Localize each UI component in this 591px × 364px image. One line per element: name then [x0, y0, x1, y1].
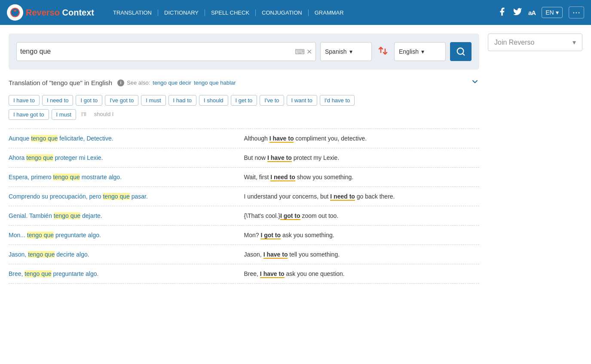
example-es-3: Espera, primero tengo que mostrarte algo… — [9, 174, 244, 180]
join-reverso-label: Join Reverso — [494, 39, 534, 46]
highlight: I have to — [267, 154, 292, 162]
highlight: I have to — [260, 270, 285, 278]
highlight: tengo que — [27, 232, 54, 239]
table-row: Jason, tengo que decirte algo. Jason, I … — [9, 245, 479, 264]
table-row: Comprendo su preocupación, pero tengo qu… — [9, 187, 479, 206]
table-row: Espera, primero tengo que mostrarte algo… — [9, 168, 479, 187]
navbar: Reverso Context TRANSLATION DICTIONARY S… — [0, 0, 591, 25]
chevron-down-icon: ▾ — [556, 9, 559, 16]
table-row: Aunque tengo que felicitarle, Detective.… — [9, 128, 479, 148]
example-es-6: Mon... tengo que preguntarte algo. — [9, 232, 244, 239]
nav-links: TRANSLATION DICTIONARY SPELL CHECK CONJU… — [107, 9, 350, 16]
tag-i-want-to[interactable]: I want to — [287, 95, 317, 106]
table-row: Bree, tengo que preguntarte algo. Bree, … — [9, 264, 479, 284]
tag-i-need-to[interactable]: I need to — [42, 95, 73, 106]
highlight: tengo que — [103, 193, 129, 200]
highlight: tengo que — [26, 154, 53, 161]
logo-text: Reverso Context — [26, 8, 94, 18]
tag-should-i[interactable]: should I — [92, 109, 116, 120]
tag-ive-got-to[interactable]: I've got to — [105, 95, 138, 106]
target-language-dropdown[interactable]: English ▾ — [394, 42, 446, 61]
tag-i-get-to[interactable]: I get to — [231, 95, 257, 106]
highlight: tengo que — [31, 135, 58, 142]
highlight: I got to — [260, 232, 281, 239]
example-en-3: Wait, first I need to show you something… — [244, 174, 480, 180]
source-lang-chevron: ▾ — [349, 48, 352, 55]
twitter-icon[interactable] — [513, 7, 522, 18]
table-row: Mon... tengo que preguntarte algo. Mon? … — [9, 226, 479, 245]
highlight: tengo que — [24, 270, 51, 277]
target-lang-label: English — [399, 48, 419, 55]
highlight: I need to — [270, 174, 295, 181]
example-es-1: Aunque tengo que felicitarle, Detective. — [9, 135, 244, 142]
example-en-5: {\That's cool.}I got to zoom out too. — [244, 212, 480, 219]
search-input-wrapper: ⌨ ✕ — [16, 42, 316, 61]
highlight: I have to — [263, 251, 288, 259]
example-es-4: Comprendo su preocupación, pero tengo qu… — [9, 193, 244, 200]
svg-line-2 — [462, 53, 464, 55]
nav-translation[interactable]: TRANSLATION — [107, 9, 158, 16]
more-options-button[interactable]: ··· — [569, 6, 584, 18]
see-also-label: See also: — [127, 80, 150, 86]
target-lang-chevron: ▾ — [421, 48, 424, 55]
info-icon[interactable]: i — [117, 80, 124, 86]
example-en-4: I understand your concerns, but I need t… — [244, 193, 480, 200]
example-en-2: But now I have to protect my Lexie. — [244, 154, 480, 161]
tag-i-have-got-to[interactable]: I have got to — [9, 109, 49, 120]
tag-ill[interactable]: I'll — [79, 109, 89, 120]
logo[interactable]: Reverso Context — [7, 4, 94, 21]
search-input[interactable] — [20, 48, 295, 55]
expand-button[interactable] — [471, 77, 479, 88]
main-wrapper: ⌨ ✕ Spanish ▾ English ▾ — [0, 25, 591, 284]
highlight: tengo que — [54, 212, 80, 219]
join-reverso-button[interactable]: Join Reverso ▾ — [488, 34, 582, 51]
highlight: I need to — [330, 193, 355, 201]
source-language-dropdown[interactable]: Spanish ▾ — [320, 42, 372, 61]
chevron-down-icon: ▾ — [573, 38, 576, 46]
svg-point-0 — [11, 8, 19, 17]
font-size-icon[interactable]: aA — [528, 9, 536, 16]
search-button[interactable] — [450, 42, 472, 61]
table-row: Ahora tengo que proteger mi Lexie. But n… — [9, 148, 479, 168]
example-en-8: Bree, I have to ask you one question. — [244, 270, 480, 277]
facebook-icon[interactable] — [497, 7, 507, 18]
example-en-1: Although I have to compliment you, detec… — [244, 135, 480, 142]
see-also-link-1[interactable]: tengo que decir — [153, 80, 191, 86]
translation-header: Translation of "tengo que" in English i … — [9, 77, 479, 88]
tag-ive-to[interactable]: I've to — [260, 95, 284, 106]
clear-icon[interactable]: ✕ — [306, 48, 312, 56]
translation-title: Translation of "tengo que" in English — [9, 79, 112, 86]
tag-i-have-to[interactable]: I have to — [9, 95, 40, 106]
tag-i-had-to[interactable]: I had to — [168, 95, 196, 106]
nav-grammar[interactable]: GRAMMAR — [308, 9, 350, 16]
table-row: Genial. También tengo que dejarte. {\Tha… — [9, 206, 479, 226]
tag-i-got-to[interactable]: I got to — [76, 95, 102, 106]
search-container: ⌨ ✕ Spanish ▾ English ▾ — [9, 34, 479, 70]
examples-section: Aunque tengo que felicitarle, Detective.… — [9, 128, 479, 284]
tag-i-should[interactable]: I should — [199, 95, 228, 106]
logo-icon — [7, 4, 23, 21]
highlight: I have to — [269, 135, 294, 143]
content-area: ⌨ ✕ Spanish ▾ English ▾ — [9, 34, 479, 284]
tag-i-must-2[interactable]: I must — [52, 109, 76, 120]
source-lang-label: Spanish — [325, 48, 347, 55]
see-also-link-2[interactable]: tengo que hablar — [194, 80, 236, 86]
example-es-2: Ahora tengo que proteger mi Lexie. — [9, 154, 244, 161]
language-selector[interactable]: EN ▾ — [542, 7, 562, 18]
highlight: tengo que — [53, 174, 80, 180]
nav-dictionary[interactable]: DICTIONARY — [158, 9, 205, 16]
example-en-6: Mon? I got to ask you something. — [244, 232, 480, 239]
nav-spell-check[interactable]: SPELL CHECK — [205, 9, 255, 16]
tags-row-2: I have got to I must I'll should I — [9, 109, 479, 120]
example-en-7: Jason, I have to tell you something. — [244, 251, 480, 258]
nav-conjugation[interactable]: CONJUGATION — [255, 9, 308, 16]
example-es-7: Jason, tengo que decirte algo. — [9, 251, 244, 258]
example-es-5: Genial. También tengo que dejarte. — [9, 212, 244, 219]
swap-languages-button[interactable] — [376, 46, 390, 58]
tags-row-1: I have to I need to I got to I've got to… — [9, 95, 479, 106]
highlight: tengo que — [28, 251, 55, 258]
tag-id-have-to[interactable]: I'd have to — [320, 95, 355, 106]
nav-right: aA EN ▾ ··· — [497, 6, 584, 18]
tag-i-must[interactable]: I must — [141, 95, 165, 106]
keyboard-icon[interactable]: ⌨ — [295, 48, 305, 56]
